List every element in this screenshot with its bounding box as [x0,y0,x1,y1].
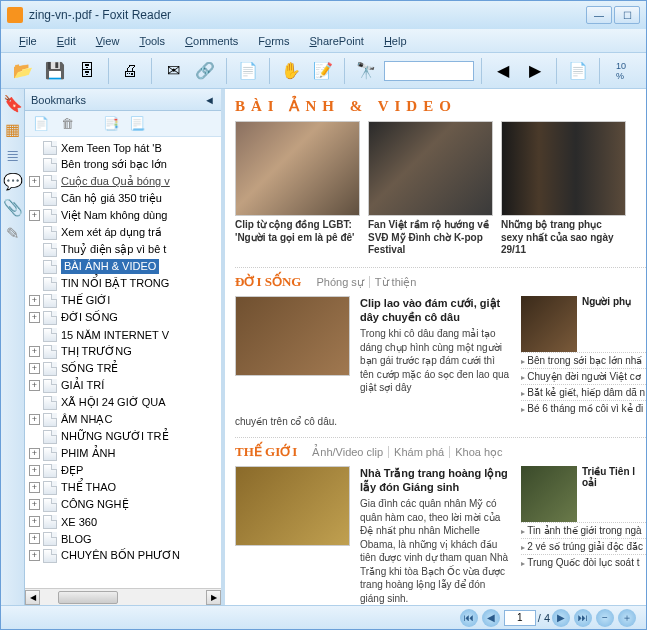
expand-toggle[interactable]: + [29,499,40,510]
story-headline[interactable]: Clip lao vào đám cưới, giật dây chuyền c… [360,296,511,326]
signatures-tab[interactable]: ✎ [4,225,22,243]
zoom-100-button[interactable]: 10% [607,57,635,85]
last-page-button[interactable]: ⏭ [574,609,592,627]
bookmark-item[interactable]: +Việt Nam không dùng [25,207,221,224]
expand-toggle[interactable]: + [29,176,40,187]
menu-help[interactable]: Help [376,32,415,50]
expand-toggle[interactable]: + [29,312,40,323]
pages-tab[interactable]: ▦ [4,121,22,139]
bookmark-item[interactable]: +THỂ THAO [25,479,221,496]
bookmark-item[interactable]: +XE 360 [25,513,221,530]
section-title-doisong[interactable]: ĐỜI SỐNG [235,274,301,290]
thumb-item[interactable]: Clip từ cộng đồng LGBT: 'Người ta gọi em… [235,121,360,257]
bookmark-item[interactable]: +CHUYÊN BỐN PHƯƠN [25,547,221,564]
bullet[interactable]: Bắt kẻ giết, hiếp dâm dã n [521,384,646,400]
bookmark-item[interactable]: +ÂM NHẠC [25,411,221,428]
expand-toggle[interactable]: + [29,550,40,561]
scroll-left-button[interactable]: ◀ [25,590,40,605]
expand-toggle[interactable]: + [29,465,40,476]
first-page-button[interactable]: ⏮ [460,609,478,627]
subtab[interactable]: Ảnh/Video clip [307,446,389,458]
bookmark-tree[interactable]: Xem Teen Top hát 'BBên trong sới bạc lớn… [25,137,221,588]
bookmark-item[interactable]: +THỊ TRƯỜNG [25,343,221,360]
bookmark-item[interactable]: +Cuộc đua Quả bóng v [25,173,221,190]
expand-toggle[interactable]: + [29,210,40,221]
menu-forms[interactable]: Forms [250,32,297,50]
bookmark-item[interactable]: Xem xét áp dụng trầ [25,224,221,241]
bookmark-hscrollbar[interactable]: ◀ ▶ [25,588,221,605]
bookmark-item[interactable]: +SỐNG TRẺ [25,360,221,377]
expand-toggle[interactable]: + [29,533,40,544]
bookmark-item[interactable]: Bên trong sới bạc lớn [25,156,221,173]
bullet[interactable]: 2 vé số trúng giải độc đắc [521,538,646,554]
expand-toggle[interactable]: + [29,295,40,306]
expand-toggle[interactable]: + [29,516,40,527]
subtab[interactable]: Khoa học [450,446,507,458]
zoom-in-button[interactable]: ＋ [618,609,636,627]
scroll-right-button[interactable]: ▶ [206,590,221,605]
menu-view[interactable]: View [88,32,128,50]
expand-bookmark-button[interactable]: 📑 [101,114,121,134]
bookmark-item[interactable]: Căn hộ giá 350 triệu [25,190,221,207]
bookmark-item[interactable]: NHỮNG NGƯỜI TRẺ [25,428,221,445]
find-prev-button[interactable]: ◀ [489,57,517,85]
email-button[interactable]: ✉ [159,57,187,85]
expand-toggle[interactable]: + [29,482,40,493]
bullet[interactable]: Bên trong sới bạc lớn nhấ [521,352,646,368]
page-number-input[interactable] [504,610,536,626]
select-text-button[interactable]: 📝 [309,57,337,85]
find-button[interactable]: 🔭 [352,57,380,85]
section-title-thegioi[interactable]: THẾ GIỚI [235,444,297,460]
layers-tab[interactable]: ≣ [4,147,22,165]
bookmark-item[interactable]: +BLOG [25,530,221,547]
bookmark-item[interactable]: +ĐỜI SỐNG [25,309,221,326]
save-all-button[interactable]: 🗄 [73,57,101,85]
prev-page-button[interactable]: ◀ [482,609,500,627]
find-next-button[interactable]: ▶ [521,57,549,85]
menu-sharepoint[interactable]: SharePoint [301,32,371,50]
thumb-item[interactable]: Những bộ trang phục sexy nhất của sao ng… [501,121,626,257]
subtab[interactable]: Phóng sự [311,276,369,288]
page-button[interactable]: 📄 [234,57,262,85]
collapse-bookmark-button[interactable]: 📃 [127,114,147,134]
share-button[interactable]: 🔗 [191,57,219,85]
menu-comments[interactable]: Comments [177,32,246,50]
bookmark-item[interactable]: +ĐẸP [25,462,221,479]
bookmark-item[interactable]: +GIẢI TRÍ [25,377,221,394]
story-headline[interactable]: Nhà Trắng trang hoàng lộng lẫy đón Giáng… [360,466,511,496]
print-button[interactable]: 🖨 [116,57,144,85]
hand-tool-button[interactable]: ✋ [277,57,305,85]
expand-toggle[interactable]: + [29,346,40,357]
subtab[interactable]: Từ thiện [370,276,422,288]
bookmark-item[interactable]: TIN NỔI BẬT TRONG [25,275,221,292]
attachments-tab[interactable]: 📎 [4,199,22,217]
bookmark-item[interactable]: +THẾ GIỚI [25,292,221,309]
zoom-out-button[interactable]: − [596,609,614,627]
bullet[interactable]: Tin ảnh thế giới trong ngà [521,522,646,538]
save-button[interactable]: 💾 [41,57,69,85]
document-view[interactable]: BÀI ẢNH & VIDEO Clip từ cộng đồng LGBT: … [225,89,646,605]
bullet[interactable]: Trung Quốc đòi lục soát t [521,554,646,570]
thumb-item[interactable]: Fan Việt rầm rộ hướng về SVĐ Mỹ Đình chờ… [368,121,493,257]
open-button[interactable]: 📂 [9,57,37,85]
menu-tools[interactable]: Tools [131,32,173,50]
bullet[interactable]: Chuyện đời người Việt cơ [521,368,646,384]
bookmark-item[interactable]: 15 NĂM INTERNET V [25,326,221,343]
bookmark-item[interactable]: Xem Teen Top hát 'B [25,139,221,156]
bookmark-item[interactable]: XÃ HỘI 24 GIỜ QUA [25,394,221,411]
bookmarks-tab[interactable]: 🔖 [4,95,22,113]
expand-toggle[interactable]: + [29,363,40,374]
next-page-button[interactable]: ▶ [552,609,570,627]
menu-file[interactable]: File [11,32,45,50]
comments-tab[interactable]: 💬 [4,173,22,191]
expand-toggle[interactable]: + [29,414,40,425]
expand-toggle[interactable]: + [29,380,40,391]
subtab[interactable]: Khám phá [389,446,450,458]
panel-close-button[interactable]: ◄ [204,94,215,106]
maximize-button[interactable]: ☐ [614,6,640,24]
rotate-button[interactable]: 📄 [564,57,592,85]
minimize-button[interactable]: — [586,6,612,24]
menu-edit[interactable]: Edit [49,32,84,50]
bookmark-item[interactable]: BÀI ẢNH & VIDEO [25,258,221,275]
new-bookmark-button[interactable]: 📄 [31,114,51,134]
